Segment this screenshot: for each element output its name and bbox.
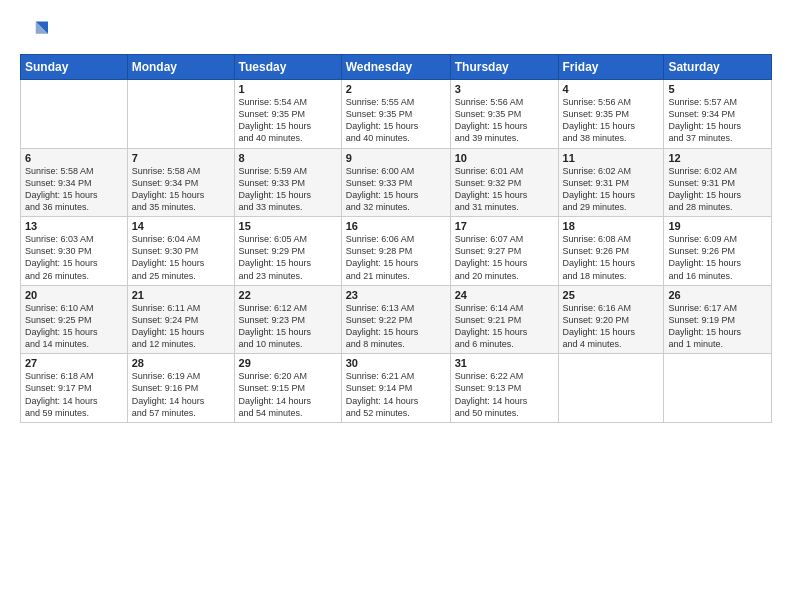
day-number: 25: [563, 289, 660, 301]
day-info: Sunrise: 6:06 AM Sunset: 9:28 PM Dayligh…: [346, 233, 446, 282]
calendar-cell: 2Sunrise: 5:55 AM Sunset: 9:35 PM Daylig…: [341, 80, 450, 149]
day-info: Sunrise: 6:11 AM Sunset: 9:24 PM Dayligh…: [132, 302, 230, 351]
calendar-cell: [127, 80, 234, 149]
calendar-week-5: 27Sunrise: 6:18 AM Sunset: 9:17 PM Dayli…: [21, 354, 772, 423]
day-number: 12: [668, 152, 767, 164]
day-number: 5: [668, 83, 767, 95]
calendar-cell: 4Sunrise: 5:56 AM Sunset: 9:35 PM Daylig…: [558, 80, 664, 149]
page-header: [20, 18, 772, 46]
calendar-cell: [664, 354, 772, 423]
calendar-cell: 15Sunrise: 6:05 AM Sunset: 9:29 PM Dayli…: [234, 217, 341, 286]
calendar-table: SundayMondayTuesdayWednesdayThursdayFrid…: [20, 54, 772, 423]
calendar-cell: 16Sunrise: 6:06 AM Sunset: 9:28 PM Dayli…: [341, 217, 450, 286]
calendar-cell: 8Sunrise: 5:59 AM Sunset: 9:33 PM Daylig…: [234, 148, 341, 217]
day-number: 13: [25, 220, 123, 232]
day-info: Sunrise: 5:56 AM Sunset: 9:35 PM Dayligh…: [563, 96, 660, 145]
calendar-cell: 11Sunrise: 6:02 AM Sunset: 9:31 PM Dayli…: [558, 148, 664, 217]
day-number: 18: [563, 220, 660, 232]
header-monday: Monday: [127, 55, 234, 80]
day-info: Sunrise: 6:09 AM Sunset: 9:26 PM Dayligh…: [668, 233, 767, 282]
day-number: 8: [239, 152, 337, 164]
day-number: 11: [563, 152, 660, 164]
day-info: Sunrise: 5:58 AM Sunset: 9:34 PM Dayligh…: [132, 165, 230, 214]
day-number: 22: [239, 289, 337, 301]
calendar-cell: 14Sunrise: 6:04 AM Sunset: 9:30 PM Dayli…: [127, 217, 234, 286]
calendar-week-2: 6Sunrise: 5:58 AM Sunset: 9:34 PM Daylig…: [21, 148, 772, 217]
day-number: 16: [346, 220, 446, 232]
calendar-cell: 1Sunrise: 5:54 AM Sunset: 9:35 PM Daylig…: [234, 80, 341, 149]
day-number: 1: [239, 83, 337, 95]
day-number: 4: [563, 83, 660, 95]
day-info: Sunrise: 6:05 AM Sunset: 9:29 PM Dayligh…: [239, 233, 337, 282]
day-number: 21: [132, 289, 230, 301]
calendar-cell: 27Sunrise: 6:18 AM Sunset: 9:17 PM Dayli…: [21, 354, 128, 423]
day-info: Sunrise: 6:13 AM Sunset: 9:22 PM Dayligh…: [346, 302, 446, 351]
day-number: 26: [668, 289, 767, 301]
day-number: 6: [25, 152, 123, 164]
calendar-cell: 20Sunrise: 6:10 AM Sunset: 9:25 PM Dayli…: [21, 285, 128, 354]
calendar-cell: 12Sunrise: 6:02 AM Sunset: 9:31 PM Dayli…: [664, 148, 772, 217]
calendar-cell: 30Sunrise: 6:21 AM Sunset: 9:14 PM Dayli…: [341, 354, 450, 423]
day-number: 27: [25, 357, 123, 369]
day-info: Sunrise: 6:07 AM Sunset: 9:27 PM Dayligh…: [455, 233, 554, 282]
day-number: 24: [455, 289, 554, 301]
calendar-week-4: 20Sunrise: 6:10 AM Sunset: 9:25 PM Dayli…: [21, 285, 772, 354]
day-info: Sunrise: 5:59 AM Sunset: 9:33 PM Dayligh…: [239, 165, 337, 214]
header-saturday: Saturday: [664, 55, 772, 80]
header-friday: Friday: [558, 55, 664, 80]
day-number: 3: [455, 83, 554, 95]
header-thursday: Thursday: [450, 55, 558, 80]
day-number: 28: [132, 357, 230, 369]
day-number: 31: [455, 357, 554, 369]
calendar-cell: 6Sunrise: 5:58 AM Sunset: 9:34 PM Daylig…: [21, 148, 128, 217]
day-info: Sunrise: 6:14 AM Sunset: 9:21 PM Dayligh…: [455, 302, 554, 351]
day-info: Sunrise: 6:19 AM Sunset: 9:16 PM Dayligh…: [132, 370, 230, 419]
day-info: Sunrise: 6:21 AM Sunset: 9:14 PM Dayligh…: [346, 370, 446, 419]
day-info: Sunrise: 5:57 AM Sunset: 9:34 PM Dayligh…: [668, 96, 767, 145]
calendar-cell: 9Sunrise: 6:00 AM Sunset: 9:33 PM Daylig…: [341, 148, 450, 217]
day-info: Sunrise: 5:55 AM Sunset: 9:35 PM Dayligh…: [346, 96, 446, 145]
logo: [20, 18, 52, 46]
calendar-cell: [21, 80, 128, 149]
calendar-header-row: SundayMondayTuesdayWednesdayThursdayFrid…: [21, 55, 772, 80]
calendar-cell: 13Sunrise: 6:03 AM Sunset: 9:30 PM Dayli…: [21, 217, 128, 286]
day-info: Sunrise: 6:16 AM Sunset: 9:20 PM Dayligh…: [563, 302, 660, 351]
calendar-cell: [558, 354, 664, 423]
calendar-cell: 17Sunrise: 6:07 AM Sunset: 9:27 PM Dayli…: [450, 217, 558, 286]
day-number: 20: [25, 289, 123, 301]
day-info: Sunrise: 6:17 AM Sunset: 9:19 PM Dayligh…: [668, 302, 767, 351]
calendar-cell: 24Sunrise: 6:14 AM Sunset: 9:21 PM Dayli…: [450, 285, 558, 354]
day-info: Sunrise: 6:04 AM Sunset: 9:30 PM Dayligh…: [132, 233, 230, 282]
header-wednesday: Wednesday: [341, 55, 450, 80]
calendar-cell: 10Sunrise: 6:01 AM Sunset: 9:32 PM Dayli…: [450, 148, 558, 217]
day-info: Sunrise: 6:12 AM Sunset: 9:23 PM Dayligh…: [239, 302, 337, 351]
calendar-cell: 18Sunrise: 6:08 AM Sunset: 9:26 PM Dayli…: [558, 217, 664, 286]
day-number: 15: [239, 220, 337, 232]
day-info: Sunrise: 5:54 AM Sunset: 9:35 PM Dayligh…: [239, 96, 337, 145]
calendar-cell: 25Sunrise: 6:16 AM Sunset: 9:20 PM Dayli…: [558, 285, 664, 354]
day-number: 9: [346, 152, 446, 164]
calendar-cell: 5Sunrise: 5:57 AM Sunset: 9:34 PM Daylig…: [664, 80, 772, 149]
day-info: Sunrise: 6:08 AM Sunset: 9:26 PM Dayligh…: [563, 233, 660, 282]
day-info: Sunrise: 6:01 AM Sunset: 9:32 PM Dayligh…: [455, 165, 554, 214]
day-number: 7: [132, 152, 230, 164]
calendar-cell: 29Sunrise: 6:20 AM Sunset: 9:15 PM Dayli…: [234, 354, 341, 423]
day-info: Sunrise: 5:56 AM Sunset: 9:35 PM Dayligh…: [455, 96, 554, 145]
day-info: Sunrise: 6:20 AM Sunset: 9:15 PM Dayligh…: [239, 370, 337, 419]
day-info: Sunrise: 6:03 AM Sunset: 9:30 PM Dayligh…: [25, 233, 123, 282]
header-tuesday: Tuesday: [234, 55, 341, 80]
day-number: 23: [346, 289, 446, 301]
day-number: 17: [455, 220, 554, 232]
logo-icon: [20, 18, 48, 46]
day-number: 29: [239, 357, 337, 369]
calendar-cell: 28Sunrise: 6:19 AM Sunset: 9:16 PM Dayli…: [127, 354, 234, 423]
day-number: 10: [455, 152, 554, 164]
day-number: 19: [668, 220, 767, 232]
calendar-week-3: 13Sunrise: 6:03 AM Sunset: 9:30 PM Dayli…: [21, 217, 772, 286]
calendar-week-1: 1Sunrise: 5:54 AM Sunset: 9:35 PM Daylig…: [21, 80, 772, 149]
calendar-cell: 7Sunrise: 5:58 AM Sunset: 9:34 PM Daylig…: [127, 148, 234, 217]
calendar-cell: 21Sunrise: 6:11 AM Sunset: 9:24 PM Dayli…: [127, 285, 234, 354]
calendar-cell: 31Sunrise: 6:22 AM Sunset: 9:13 PM Dayli…: [450, 354, 558, 423]
day-info: Sunrise: 6:22 AM Sunset: 9:13 PM Dayligh…: [455, 370, 554, 419]
day-info: Sunrise: 6:00 AM Sunset: 9:33 PM Dayligh…: [346, 165, 446, 214]
